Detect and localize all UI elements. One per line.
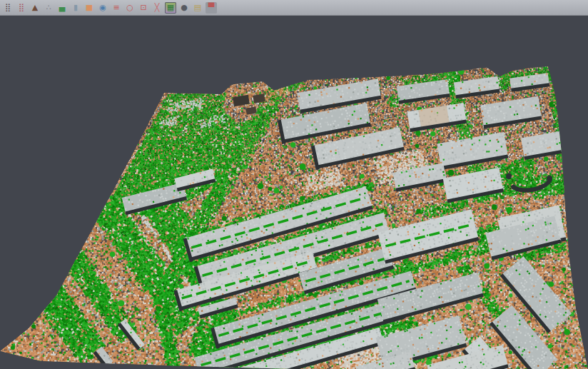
main-toolbar: ⣿⣿▲∴▄▮■◉≡○⊡╳▦●▤▀ (0, 0, 588, 16)
flag-icon[interactable]: ▀ (206, 2, 217, 14)
dem-mound-icon[interactable]: ▲ (29, 2, 41, 14)
point-cloud-viewport[interactable] (0, 0, 588, 369)
crop-box-icon[interactable]: ⊡ (138, 2, 149, 14)
green-terrain-icon[interactable]: ▄ (56, 2, 68, 14)
tag-icon[interactable]: ▤ (192, 2, 203, 14)
layer-list-icon[interactable]: ≡ (111, 2, 122, 14)
profile-slice-icon[interactable]: ▮ (70, 2, 81, 14)
classified-points-icon[interactable]: ⣿ (16, 2, 27, 14)
classification-colors-icon[interactable]: ▦ (165, 2, 176, 14)
sparse-points-icon[interactable]: ∴ (43, 2, 54, 14)
globe-icon[interactable]: ◉ (97, 2, 108, 14)
ground-class-icon[interactable]: ■ (83, 2, 95, 14)
sphere-render-icon[interactable]: ● (178, 2, 190, 14)
circle-tool-icon[interactable]: ○ (124, 2, 136, 14)
clear-cross-icon[interactable]: ╳ (151, 2, 163, 14)
points-tool-icon[interactable]: ⣿ (2, 2, 14, 14)
